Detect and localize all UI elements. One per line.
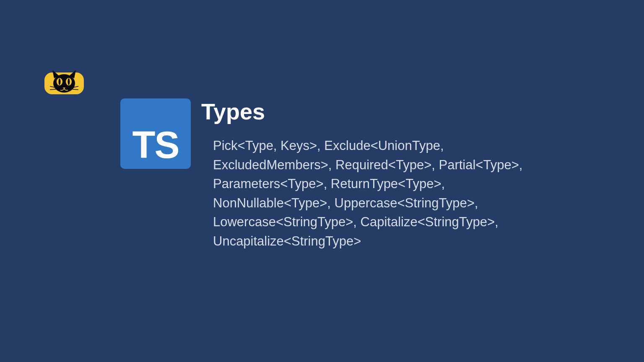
svg-point-5 bbox=[68, 78, 70, 85]
typescript-logo-icon: TS bbox=[120, 98, 191, 169]
typescript-logo-text: TS bbox=[132, 126, 179, 164]
svg-line-7 bbox=[50, 89, 56, 90]
cat-logo-icon bbox=[44, 69, 84, 94]
svg-point-1 bbox=[53, 74, 75, 93]
svg-line-9 bbox=[73, 89, 78, 90]
types-list-text: Pick<Type, Keys>, Exclude<UnionType, Exc… bbox=[201, 136, 553, 251]
page-title: Types bbox=[201, 98, 553, 124]
content-block: Types Pick<Type, Keys>, Exclude<UnionTyp… bbox=[201, 98, 553, 251]
svg-point-4 bbox=[59, 78, 61, 85]
